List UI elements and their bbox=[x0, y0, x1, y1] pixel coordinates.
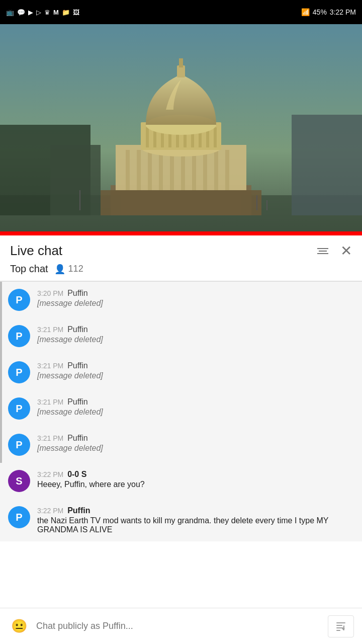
svg-rect-12 bbox=[159, 150, 163, 190]
crown-icon: ♛ bbox=[44, 9, 50, 16]
status-icons-left: 📺 💬 ▶ ▷ ♛ M 📁 🖼 bbox=[6, 9, 79, 16]
message-content: 3:22 PMPuffinthe Nazi Earth TV mod wants… bbox=[37, 506, 354, 534]
svg-rect-9 bbox=[126, 150, 130, 190]
chat-input[interactable] bbox=[36, 621, 322, 631]
avatar: P bbox=[8, 289, 30, 311]
svg-rect-7 bbox=[101, 190, 261, 215]
message-content: 3:21 PMPuffin[message deleted] bbox=[37, 434, 354, 453]
message-author: Puffin bbox=[67, 397, 88, 407]
chat-message: P3:22 PMPuffinthe Nazi Earth TV mod want… bbox=[0, 499, 362, 541]
svg-rect-4 bbox=[292, 115, 362, 215]
avatar: P bbox=[8, 361, 30, 383]
message-text: [message deleted] bbox=[37, 335, 354, 344]
tv-icon: 📺 bbox=[6, 9, 14, 16]
message-author: Puffin bbox=[67, 506, 90, 515]
message-text: [message deleted] bbox=[37, 408, 354, 417]
chat-message: P3:21 PMPuffin[message deleted] bbox=[0, 354, 362, 390]
youtube-red-bar bbox=[0, 231, 362, 235]
svg-rect-10 bbox=[137, 150, 141, 190]
avatar: P bbox=[8, 434, 30, 456]
message-author: Puffin bbox=[67, 434, 88, 443]
svg-rect-36 bbox=[266, 200, 267, 210]
chat-message: S3:22 PM0-0 SHeeey, Puffin, where are yo… bbox=[0, 463, 362, 499]
video-player[interactable] bbox=[0, 24, 362, 235]
send-icon bbox=[335, 620, 347, 632]
svg-marker-42 bbox=[342, 628, 345, 630]
message-content: 3:22 PM0-0 SHeeey, Puffin, where are you… bbox=[37, 470, 354, 489]
live-chat-header: Live chat ✕ Top chat 👤 112 bbox=[0, 235, 362, 281]
message-text: [message deleted] bbox=[37, 444, 354, 453]
svg-rect-18 bbox=[225, 150, 229, 190]
svg-rect-34 bbox=[79, 190, 80, 210]
message-meta: 3:22 PMPuffin bbox=[37, 506, 354, 515]
chat-message-list: P3:20 PMPuffin[message deleted]P3:21 PMP… bbox=[0, 282, 362, 541]
message-time: 3:22 PM bbox=[37, 507, 63, 515]
live-chat-title: Live chat bbox=[10, 243, 62, 259]
viewer-icon: 👤 bbox=[54, 264, 65, 275]
message-meta: 3:20 PMPuffin bbox=[37, 289, 354, 298]
message-content: 3:20 PMPuffin[message deleted] bbox=[37, 289, 354, 308]
m-icon: M bbox=[53, 9, 59, 16]
chat-message: P3:20 PMPuffin[message deleted] bbox=[0, 282, 362, 318]
avatar: P bbox=[8, 325, 30, 347]
chat-message: P3:21 PMPuffin[message deleted] bbox=[0, 318, 362, 354]
message-time: 3:21 PM bbox=[37, 326, 63, 334]
message-author: Puffin bbox=[67, 289, 88, 298]
message-text: [message deleted] bbox=[37, 299, 354, 308]
message-content: 3:21 PMPuffin[message deleted] bbox=[37, 325, 354, 344]
message-time: 3:21 PM bbox=[37, 362, 63, 370]
folder-icon: 📁 bbox=[62, 9, 70, 16]
chat-icon: 💬 bbox=[17, 9, 25, 16]
svg-rect-16 bbox=[203, 150, 207, 190]
svg-rect-17 bbox=[214, 150, 218, 190]
status-right: 📶 45% 3:22 PM bbox=[301, 8, 356, 16]
svg-rect-38 bbox=[336, 625, 342, 626]
message-author: 0-0 S bbox=[67, 470, 86, 479]
message-time: 3:21 PM bbox=[37, 398, 63, 406]
video-content bbox=[0, 24, 362, 235]
wifi-icon: 📶 bbox=[301, 8, 310, 16]
message-text: the Nazi Earth TV mod wants to kill my g… bbox=[37, 516, 354, 534]
svg-rect-11 bbox=[148, 150, 152, 190]
battery-level: 45% bbox=[313, 8, 327, 16]
svg-rect-37 bbox=[336, 622, 345, 623]
top-chat-label[interactable]: Top chat bbox=[10, 263, 48, 275]
header-controls[interactable]: ✕ bbox=[317, 243, 352, 259]
message-time: 3:21 PM bbox=[37, 434, 63, 442]
message-text: Heeey, Puffin, where are you? bbox=[37, 480, 354, 489]
chat-input-bar[interactable]: 😐 bbox=[0, 608, 362, 644]
emoji-button[interactable]: 😐 bbox=[8, 615, 30, 637]
message-meta: 3:21 PMPuffin bbox=[37, 397, 354, 407]
chat-message: P3:21 PMPuffin[message deleted] bbox=[0, 390, 362, 427]
svg-rect-21 bbox=[146, 127, 149, 147]
message-content: 3:21 PMPuffin[message deleted] bbox=[37, 361, 354, 380]
message-meta: 3:21 PMPuffin bbox=[37, 434, 354, 443]
svg-rect-30 bbox=[214, 127, 217, 147]
youtube-icon: ▶ bbox=[28, 9, 33, 16]
status-bar: 📺 💬 ▶ ▷ ♛ M 📁 🖼 📶 45% 3:22 PM bbox=[0, 0, 362, 24]
filter-icon[interactable] bbox=[317, 248, 328, 254]
send-button[interactable] bbox=[328, 615, 354, 637]
message-author: Puffin bbox=[67, 325, 88, 334]
message-time: 3:20 PM bbox=[37, 289, 63, 297]
message-time: 3:22 PM bbox=[37, 470, 63, 478]
viewer-count: 👤 112 bbox=[54, 264, 83, 275]
svg-rect-35 bbox=[256, 195, 257, 210]
message-content: 3:21 PMPuffin[message deleted] bbox=[37, 397, 354, 417]
avatar: P bbox=[8, 397, 30, 420]
emoji-icon: 😐 bbox=[11, 618, 27, 634]
time-display: 3:22 PM bbox=[330, 8, 356, 16]
message-meta: 3:22 PM0-0 S bbox=[37, 470, 354, 479]
youtube-alt-icon: ▷ bbox=[36, 9, 41, 16]
message-author: Puffin bbox=[67, 361, 88, 370]
message-text: [message deleted] bbox=[37, 371, 354, 380]
chat-message: P3:21 PMPuffin[message deleted] bbox=[0, 427, 362, 463]
image-icon: 🖼 bbox=[73, 9, 79, 16]
viewer-number: 112 bbox=[68, 264, 83, 274]
message-meta: 3:21 PMPuffin bbox=[37, 325, 354, 334]
svg-rect-33 bbox=[179, 58, 183, 67]
svg-rect-40 bbox=[336, 630, 340, 631]
close-icon[interactable]: ✕ bbox=[340, 243, 352, 259]
avatar: P bbox=[8, 506, 30, 528]
svg-rect-39 bbox=[336, 627, 343, 628]
